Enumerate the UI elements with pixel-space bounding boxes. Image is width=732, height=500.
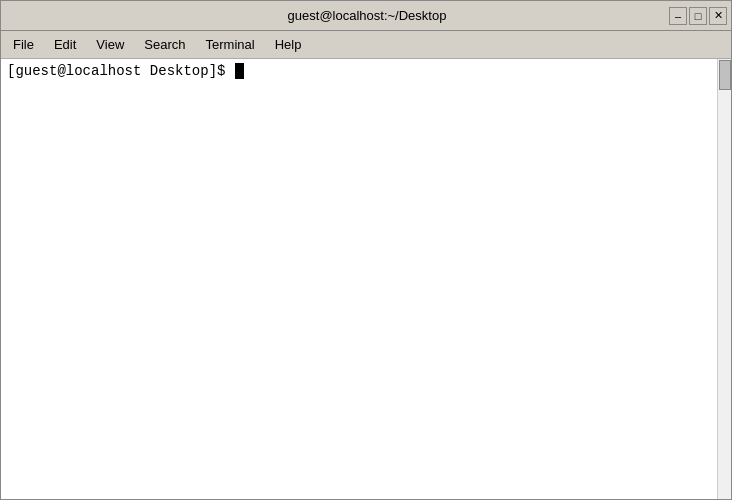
terminal-cursor xyxy=(235,63,244,79)
terminal-body[interactable]: [guest@localhost Desktop]$ xyxy=(1,59,731,499)
scrollbar-thumb[interactable] xyxy=(719,60,731,90)
menubar: File Edit View Search Terminal Help xyxy=(1,31,731,59)
menu-item-search[interactable]: Search xyxy=(134,34,195,55)
menu-item-terminal[interactable]: Terminal xyxy=(196,34,265,55)
menu-item-edit[interactable]: Edit xyxy=(44,34,86,55)
prompt-text: [guest@localhost Desktop]$ xyxy=(7,63,234,79)
prompt-line: [guest@localhost Desktop]$ xyxy=(7,63,725,79)
menu-item-file[interactable]: File xyxy=(3,34,44,55)
window-title: guest@localhost:~/Desktop xyxy=(65,8,669,23)
menu-item-view[interactable]: View xyxy=(86,34,134,55)
terminal-window: guest@localhost:~/Desktop – □ ✕ File Edi… xyxy=(0,0,732,500)
titlebar: guest@localhost:~/Desktop – □ ✕ xyxy=(1,1,731,31)
titlebar-controls: – □ ✕ xyxy=(669,7,727,25)
menu-item-help[interactable]: Help xyxy=(265,34,312,55)
maximize-button[interactable]: □ xyxy=(689,7,707,25)
close-button[interactable]: ✕ xyxy=(709,7,727,25)
scrollbar-track[interactable] xyxy=(717,59,731,499)
minimize-button[interactable]: – xyxy=(669,7,687,25)
